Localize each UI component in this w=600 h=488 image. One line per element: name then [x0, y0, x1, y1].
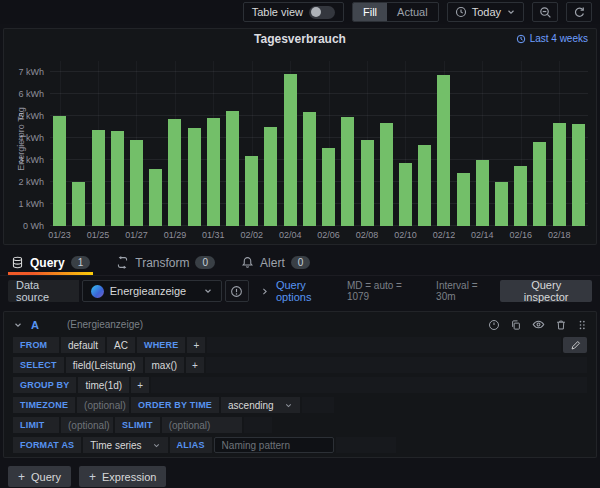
edit-query-button[interactable] — [563, 337, 587, 353]
add-expression-button[interactable]: + Expression — [79, 466, 166, 487]
bar — [72, 182, 85, 226]
x-tick-label: 01/23 — [40, 230, 80, 240]
select-field-segment[interactable]: field(Leistung) — [66, 357, 143, 373]
bar — [457, 173, 470, 226]
datasource-value: Energieanzeige — [110, 285, 186, 297]
toggle-knob — [311, 7, 321, 17]
datasource-logo-icon — [91, 285, 104, 298]
group-by-segment[interactable]: time(1d) — [78, 377, 129, 393]
tab-query[interactable]: Query 1 — [8, 250, 93, 275]
timezone-row: TIMEZONE (optional) ORDER BY TIME ascend… — [13, 397, 587, 413]
transform-icon — [116, 256, 129, 269]
bar — [53, 116, 66, 226]
tab-alert-count: 0 — [291, 256, 311, 269]
x-tick-label: 01/29 — [155, 230, 195, 240]
x-tick-label: 02/16 — [501, 230, 541, 240]
row-filler — [207, 337, 561, 353]
chevron-down-icon — [152, 441, 161, 450]
interval-stat: Interval = 30m — [436, 280, 494, 302]
x-tick-label: 02/12 — [424, 230, 464, 240]
clock-icon — [455, 6, 467, 18]
time-range-picker[interactable]: Today — [447, 2, 524, 22]
table-view-label: Table view — [252, 6, 303, 18]
query-editor-card: A (Energieanzeige) FROM default AC WHERE… — [3, 311, 597, 458]
timezone-label: TIMEZONE — [13, 397, 75, 413]
query-options-toggle[interactable]: Query options — [260, 279, 338, 303]
row-filler — [302, 397, 334, 413]
row-filler — [206, 357, 587, 373]
chevron-down-icon — [284, 401, 293, 410]
timezone-input[interactable]: (optional) — [77, 397, 129, 413]
from-policy-segment[interactable]: default — [61, 337, 105, 353]
query-options-stats: MD = auto = 1079 Interval = 30m — [347, 280, 494, 302]
y-axis-labels: 0 Wh1 kWh2 kWh3 kWh4 kWh5 kWh6 kWh7 kWh — [4, 61, 44, 226]
bar — [111, 131, 124, 226]
from-measurement-segment[interactable]: AC — [107, 337, 135, 353]
add-query-button[interactable]: + Query — [8, 466, 71, 487]
actual-button[interactable]: Actual — [387, 3, 438, 21]
add-group-by-button[interactable]: + — [131, 377, 149, 393]
add-select-button[interactable]: + — [186, 357, 204, 373]
tab-alert[interactable]: Alert 0 — [238, 250, 313, 275]
x-tick-label: 02/04 — [270, 230, 310, 240]
tab-query-label: Query — [30, 256, 65, 270]
fill-button[interactable]: Fill — [353, 3, 387, 21]
drag-handle-icon[interactable] — [577, 319, 587, 331]
collapse-chevron-icon[interactable] — [13, 320, 23, 330]
refresh-button[interactable] — [566, 2, 592, 22]
bar — [533, 142, 546, 226]
bell-icon — [241, 256, 254, 269]
duplicate-icon[interactable] — [510, 319, 522, 331]
tab-transform-label: Transform — [135, 256, 189, 270]
history-icon[interactable] — [488, 319, 500, 331]
query-inspector-button[interactable]: Query inspector — [500, 280, 592, 302]
footer-actions: + Query + Expression — [8, 466, 166, 487]
zoom-out-button[interactable] — [532, 2, 558, 22]
add-expression-label: Expression — [102, 471, 156, 483]
x-axis-labels: 01/2301/2501/2701/2901/3102/0202/0402/06… — [50, 230, 588, 242]
fill-actual-group: Fill Actual — [352, 2, 439, 22]
order-by-time-value: ascending — [228, 400, 274, 411]
where-label[interactable]: WHERE — [137, 337, 186, 353]
gridline — [50, 93, 588, 94]
bar — [399, 163, 412, 226]
table-view-switch[interactable] — [309, 6, 335, 19]
datasource-help-button[interactable] — [225, 280, 249, 302]
alias-input[interactable] — [214, 437, 334, 453]
panel-title: Tagesverbrauch — [4, 32, 596, 46]
eye-icon[interactable] — [532, 318, 545, 331]
trash-icon[interactable] — [555, 319, 567, 331]
x-tick-label: 02/08 — [347, 230, 387, 240]
tab-transform[interactable]: Transform 0 — [113, 250, 218, 275]
tab-transform-count: 0 — [195, 256, 215, 269]
format-as-value: Time series — [90, 440, 141, 451]
select-aggregation-segment[interactable]: max() — [145, 357, 185, 373]
format-as-row: FORMAT AS Time series ALIAS — [13, 437, 587, 453]
query-options-label: Query options — [276, 279, 338, 303]
x-tick-label: 02/06 — [309, 230, 349, 240]
add-where-button[interactable]: + — [187, 337, 205, 353]
query-ref-id: A — [31, 319, 39, 331]
bar — [226, 111, 239, 227]
limit-input[interactable]: (optional) — [61, 417, 113, 433]
order-by-time-select[interactable]: ascending — [221, 397, 300, 413]
plus-icon: + — [18, 470, 25, 484]
bar — [380, 123, 393, 226]
chart-panel: Tagesverbrauch Last 4 weeks Energie pro … — [3, 28, 597, 245]
y-tick-label: 4 kWh — [18, 133, 44, 143]
bar — [361, 140, 374, 226]
database-icon — [11, 256, 24, 269]
group-by-label: GROUP BY — [13, 377, 76, 393]
slimit-input[interactable]: (optional) — [162, 417, 242, 433]
bar — [207, 118, 220, 226]
table-view-toggle-group[interactable]: Table view — [243, 2, 344, 22]
panel-time-range-link[interactable]: Last 4 weeks — [516, 33, 588, 44]
max-datapoints-stat: MD = auto = 1079 — [347, 280, 420, 302]
datasource-picker[interactable]: Energieanzeige — [82, 280, 222, 302]
format-as-select[interactable]: Time series — [83, 437, 167, 453]
format-as-label: FORMAT AS — [13, 437, 81, 453]
y-tick-label: 6 kWh — [18, 89, 44, 99]
query-row-actions — [488, 318, 587, 331]
y-tick-label: 1 kWh — [18, 199, 44, 209]
limit-row: LIMIT (optional) SLIMIT (optional) — [13, 417, 587, 433]
